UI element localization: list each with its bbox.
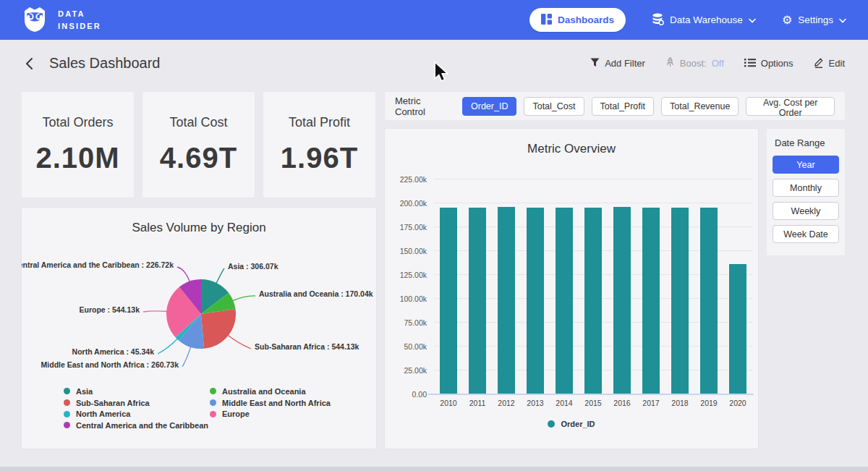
gear-icon: ⚙ (782, 14, 792, 26)
x-axis-tick: 2012 (492, 399, 521, 407)
legend-dot (64, 388, 70, 394)
back-button[interactable] (22, 54, 36, 73)
bar-chart-yticks: 0.0025.00k50.00k75.00k100.00k125.00k150.… (385, 179, 427, 394)
pie-slice-label: Europe : 544.13k (80, 305, 140, 314)
x-axis-tick: 2015 (579, 399, 608, 407)
kpi-value: 1.96T (281, 142, 358, 174)
kpi-label: Total Orders (42, 115, 113, 130)
bar-2020[interactable] (729, 264, 746, 394)
x-axis-tick: 2013 (521, 399, 550, 407)
window-bottom-edge (0, 467, 868, 471)
bar-2017[interactable] (642, 208, 660, 394)
page-title: Sales Dashboard (49, 55, 160, 72)
data-warehouse-menu[interactable]: Data Warehouse (652, 13, 756, 27)
options-button[interactable]: Options (744, 58, 793, 69)
legend-item-australia-and-oceania[interactable]: Australia and Oceania (210, 386, 331, 397)
kpi-total-cost: Total Cost 4.69T (142, 92, 255, 198)
bar-2016[interactable] (613, 207, 631, 394)
legend-dot (210, 399, 216, 406)
metric-option-order-id[interactable]: Order_ID (462, 97, 516, 116)
pie-slice-label: North America : 45.34k (72, 347, 155, 356)
list-icon (744, 58, 756, 69)
y-axis-tick: 225.00k (400, 175, 427, 184)
x-axis-tick: 2014 (550, 399, 579, 407)
bar-chart-title: Metric Overview (385, 142, 758, 156)
metric-option-total-profit[interactable]: Total_Profit (592, 97, 655, 116)
bar-chart-baseline (428, 394, 754, 395)
legend-item-north-america[interactable]: North America (64, 408, 210, 420)
pencil-icon (814, 57, 824, 70)
y-axis-tick: 175.00k (400, 223, 427, 232)
metric-control-options: Order_IDTotal_CostTotal_ProfitTotal_Reve… (462, 97, 835, 116)
header-actions: Add Filter Boost: Off (590, 57, 845, 70)
metric-option-total-cost[interactable]: Total_Cost (524, 97, 584, 116)
legend-item-asia[interactable]: Asia (64, 386, 210, 397)
pie-chart[interactable]: Asia : 306.07kAustralia and Oceania : 17… (22, 208, 376, 381)
edit-button[interactable]: Edit (814, 57, 845, 70)
date-range-options: YearMonthlyWeeklyWeek Date (773, 156, 839, 243)
date-range-label: Date Range (775, 137, 839, 148)
bar-2012[interactable] (498, 207, 515, 394)
page-header: Sales Dashboard Add Filter Boost: Off (0, 40, 868, 87)
settings-menu[interactable]: ⚙ Settings (782, 14, 846, 26)
brand-logo[interactable]: DATA INSIDER (20, 4, 101, 36)
legend-item-central-america-and-the-caribbean[interactable]: Central America and the Caribbean (64, 420, 210, 431)
kpi-total-orders: Total Orders 2.10M (22, 92, 134, 198)
bar-2014[interactable] (556, 208, 573, 394)
legend-item-europe[interactable]: Europe (210, 408, 331, 420)
pie-slice-label: Asia : 306.07k (228, 262, 278, 271)
legend-item-sub-saharan-africa[interactable]: Sub-Saharan Africa (64, 397, 210, 409)
legend-dot (64, 422, 70, 428)
pie-leader-line (177, 267, 190, 283)
database-icon (652, 13, 664, 27)
date-range-year[interactable]: Year (773, 156, 839, 174)
x-axis-tick: 2018 (665, 399, 694, 407)
pie-leader-line (216, 268, 224, 284)
bar-2010[interactable] (440, 208, 457, 394)
filter-funnel-icon (590, 58, 600, 69)
chevron-down-icon (749, 14, 756, 25)
metric-option-total-revenue[interactable]: Total_Revenue (661, 97, 739, 116)
bar-2015[interactable] (584, 208, 602, 394)
kpi-value: 2.10M (35, 142, 119, 174)
legend-label: Europe (222, 410, 250, 418)
x-axis-tick: 2011 (463, 399, 492, 407)
x-axis-tick: 2019 (694, 399, 723, 407)
nav-menu: Dashboards Data Warehouse ⚙ (529, 8, 846, 32)
bar-chart-bars (434, 179, 752, 394)
legend-label: Central America and the Caribbean (76, 421, 208, 430)
pie-slice-label: Middle East and North Africa : 260.73k (41, 360, 179, 369)
date-range-monthly[interactable]: Monthly (773, 179, 839, 197)
dashboards-button[interactable]: Dashboards (529, 8, 626, 32)
kpi-label: Total Cost (169, 115, 227, 130)
pie-leader-line (158, 338, 178, 354)
legend-dot (64, 411, 70, 417)
y-axis-tick: 150.00k (400, 247, 427, 255)
pie-slice-label: Sub-Saharan Africa : 544.13k (255, 342, 359, 351)
date-range-week-date[interactable]: Week Date (773, 225, 839, 243)
legend-dot (548, 420, 555, 428)
pie-leader-line (231, 296, 255, 301)
pie-leader-line (227, 335, 251, 349)
add-filter-button[interactable]: Add Filter (590, 58, 645, 69)
pie-slice-sub-saharan-africa[interactable] (201, 309, 236, 349)
boost-toggle[interactable]: Boost: Off (665, 57, 724, 69)
pie-slice-label: Central America and the Caribbean : 226.… (22, 260, 174, 269)
kpi-total-profit: Total Profit 1.96T (263, 92, 375, 198)
bar-2011[interactable] (469, 208, 486, 394)
bar-2013[interactable] (527, 208, 544, 394)
y-axis-tick: 25.00k (404, 366, 427, 375)
legend-item-middle-east-and-north-africa[interactable]: Middle East and North Africa (210, 397, 331, 409)
bar-2019[interactable] (700, 208, 718, 394)
bar-2018[interactable] (671, 208, 689, 394)
y-axis-tick: 100.00k (400, 294, 427, 303)
date-range-weekly[interactable]: Weekly (773, 202, 839, 220)
chart-and-daterange: Metric Overview 0.0025.00k50.00k75.00k10… (385, 129, 845, 449)
x-axis-tick: 2010 (434, 399, 463, 407)
kpi-value: 4.69T (160, 142, 237, 174)
x-axis-tick: 2017 (637, 399, 665, 407)
y-axis-tick: 200.00k (400, 199, 427, 208)
metric-option-avg-cost-per-order[interactable]: Avg. Cost per Order (746, 97, 835, 116)
bar-chart-legend[interactable]: Order_ID (385, 420, 758, 428)
legend-label: Middle East and North Africa (222, 399, 331, 407)
